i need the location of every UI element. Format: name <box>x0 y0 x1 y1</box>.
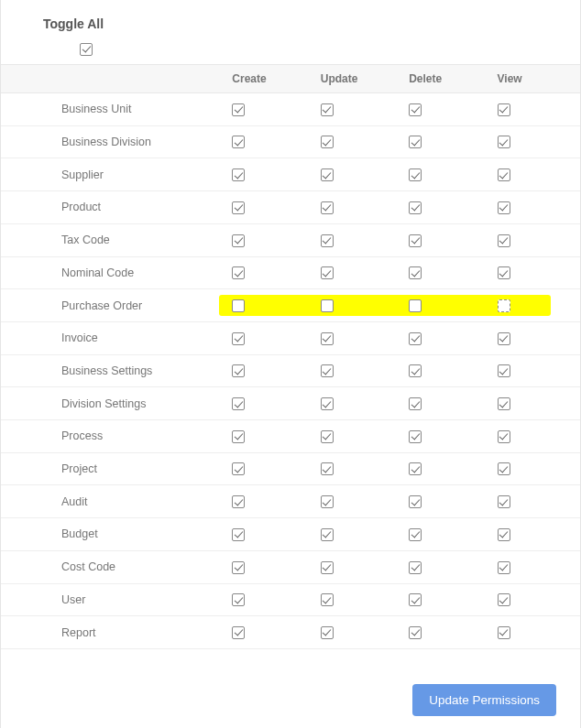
permission-checkbox[interactable] <box>232 299 245 312</box>
permission-checkbox[interactable] <box>409 528 422 541</box>
perm-cell <box>403 354 491 387</box>
permission-checkbox[interactable] <box>409 136 422 148</box>
row-name: Budget <box>1 518 226 551</box>
table-row: Audit <box>1 485 580 518</box>
row-name: Product <box>1 191 226 224</box>
permission-checkbox[interactable] <box>498 136 510 148</box>
perm-cell <box>403 583 491 616</box>
permission-checkbox[interactable] <box>321 462 334 475</box>
permission-checkbox[interactable] <box>232 201 245 214</box>
perm-cell <box>403 420 491 453</box>
permission-checkbox[interactable] <box>321 364 334 377</box>
permission-checkbox[interactable] <box>498 495 510 508</box>
perm-cell <box>492 321 580 354</box>
perm-cell <box>315 289 403 322</box>
perm-cell <box>492 583 580 616</box>
permission-checkbox[interactable] <box>321 495 334 508</box>
permission-checkbox[interactable] <box>409 201 422 214</box>
permission-checkbox[interactable] <box>498 234 510 247</box>
permission-checkbox[interactable] <box>498 397 510 410</box>
permission-checkbox[interactable] <box>409 234 422 247</box>
perm-cell <box>492 518 580 551</box>
permission-checkbox[interactable] <box>498 528 510 541</box>
permission-checkbox[interactable] <box>321 103 334 116</box>
permission-checkbox[interactable] <box>232 234 245 247</box>
permission-checkbox[interactable] <box>498 561 510 574</box>
perm-cell <box>315 191 403 224</box>
permission-checkbox[interactable] <box>321 136 334 148</box>
permission-checkbox[interactable] <box>409 332 422 345</box>
permission-checkbox[interactable] <box>232 168 245 181</box>
permission-checkbox[interactable] <box>321 234 334 247</box>
permission-checkbox[interactable] <box>321 593 334 606</box>
permission-checkbox[interactable] <box>409 495 422 508</box>
permission-checkbox[interactable] <box>232 430 245 443</box>
footer: Update Permissions <box>1 649 580 728</box>
permission-checkbox[interactable] <box>321 201 334 214</box>
permission-checkbox[interactable] <box>321 561 334 574</box>
permission-checkbox[interactable] <box>232 462 245 475</box>
permission-checkbox[interactable] <box>409 561 422 574</box>
permission-checkbox[interactable] <box>321 397 334 410</box>
perm-cell <box>403 485 491 518</box>
permission-checkbox[interactable] <box>232 266 245 279</box>
perm-cell <box>403 616 491 649</box>
permission-checkbox[interactable] <box>498 201 510 214</box>
permission-checkbox[interactable] <box>321 430 334 443</box>
permission-checkbox[interactable] <box>321 626 334 639</box>
permission-checkbox[interactable] <box>409 168 422 181</box>
col-update: Update <box>315 65 403 93</box>
permission-checkbox[interactable] <box>409 462 422 475</box>
perm-cell <box>315 420 403 453</box>
permission-checkbox[interactable] <box>409 397 422 410</box>
permission-checkbox[interactable] <box>232 528 245 541</box>
perm-cell <box>315 616 403 649</box>
permission-checkbox[interactable] <box>232 495 245 508</box>
table-row: User <box>1 583 580 616</box>
perm-cell <box>492 616 580 649</box>
permission-checkbox[interactable] <box>498 364 510 377</box>
permission-checkbox[interactable] <box>409 626 422 639</box>
permission-checkbox[interactable] <box>321 299 334 312</box>
permission-checkbox[interactable] <box>321 332 334 345</box>
permission-checkbox[interactable] <box>321 528 334 541</box>
permission-checkbox[interactable] <box>232 332 245 345</box>
perm-cell <box>403 256 491 289</box>
permission-checkbox[interactable] <box>409 103 422 116</box>
permission-checkbox[interactable] <box>409 364 422 377</box>
permission-checkbox[interactable] <box>498 103 510 116</box>
permission-checkbox[interactable] <box>498 168 510 181</box>
permission-checkbox[interactable] <box>321 266 334 279</box>
perm-cell <box>492 256 580 289</box>
permission-checkbox[interactable] <box>498 593 510 606</box>
permission-checkbox[interactable] <box>498 332 510 345</box>
perm-cell <box>226 583 314 616</box>
permission-checkbox[interactable] <box>498 626 510 639</box>
permission-checkbox[interactable] <box>232 136 245 148</box>
permission-checkbox[interactable] <box>498 462 510 475</box>
permission-checkbox[interactable] <box>409 593 422 606</box>
perm-cell <box>315 354 403 387</box>
permission-checkbox[interactable] <box>232 561 245 574</box>
permissions-table: Create Update Delete View Business UnitB… <box>1 64 580 649</box>
permission-checkbox[interactable] <box>232 103 245 116</box>
permission-checkbox[interactable] <box>321 168 334 181</box>
perm-cell <box>315 158 403 191</box>
permission-checkbox[interactable] <box>498 266 510 279</box>
toggle-all-checkbox[interactable] <box>80 43 93 56</box>
update-permissions-button[interactable]: Update Permissions <box>412 684 556 716</box>
table-row: Invoice <box>1 321 580 354</box>
permission-checkbox[interactable] <box>409 266 422 279</box>
perm-cell <box>315 321 403 354</box>
perm-cell <box>403 158 491 191</box>
permission-checkbox[interactable] <box>498 430 510 443</box>
permission-checkbox[interactable] <box>232 626 245 639</box>
permission-checkbox[interactable] <box>232 397 245 410</box>
row-name: User <box>1 583 226 616</box>
permission-checkbox[interactable] <box>409 430 422 443</box>
permission-checkbox[interactable] <box>498 299 510 312</box>
perm-cell <box>492 452 580 485</box>
permission-checkbox[interactable] <box>232 593 245 606</box>
permission-checkbox[interactable] <box>232 364 245 377</box>
permission-checkbox[interactable] <box>409 299 422 312</box>
